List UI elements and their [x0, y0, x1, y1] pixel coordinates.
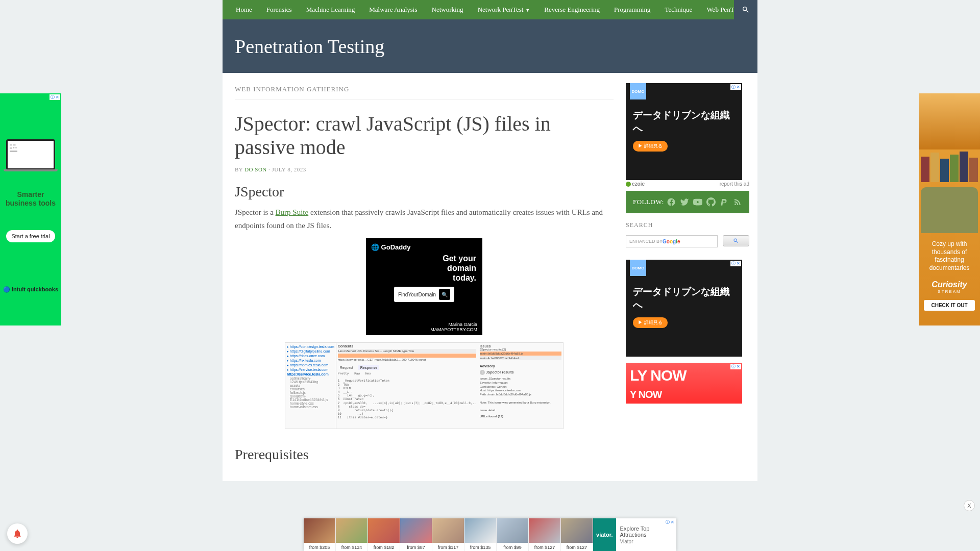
article-date: JULY 8, 2023 — [272, 166, 306, 172]
nav-item-malware-analysis[interactable]: Malware Analysis — [362, 1, 424, 19]
ad-left-brand: 🔵 intuit quickbooks — [0, 286, 61, 293]
nav-item-home[interactable]: Home — [229, 1, 259, 19]
ad-godaddy-brand: 🌐 GoDaddy — [371, 243, 410, 251]
nav-item-programming[interactable]: Programming — [607, 1, 658, 19]
article-title: JSpector: crawl JavaScript (JS) files in… — [235, 112, 614, 159]
nav-item-networking[interactable]: Networking — [425, 1, 471, 19]
ad-domo-logo: DOMO — [630, 260, 646, 276]
ad-godaddy-search: FindYourDomain 🔍 — [394, 287, 454, 302]
ad-books-image — [919, 149, 980, 185]
ad-couch-image — [921, 187, 978, 233]
ad-red[interactable]: ⓘ ✕ LY NOWY NOW — [626, 363, 742, 404]
ad-right-text: Cozy up with thousands of fascinating do… — [919, 235, 980, 277]
burp-suite-link[interactable]: Burp Suite — [276, 208, 309, 216]
category-link[interactable]: WEB INFORMATION GATHERING — [235, 85, 614, 100]
ad-domo-cta[interactable]: ▶ 詳細見る — [633, 141, 668, 152]
youtube-icon[interactable] — [693, 197, 702, 207]
rss-icon[interactable] — [733, 197, 742, 207]
ad-godaddy[interactable]: 🌐 GoDaddy Get your domain today. FindYou… — [366, 238, 482, 335]
site-title[interactable]: Penetration Testing — [235, 35, 384, 58]
ad-domo-logo: DOMO — [630, 83, 646, 99]
follow-label: FOLLOW: — [633, 198, 664, 206]
navbar-search-button[interactable] — [734, 0, 757, 19]
article-paragraph: JSpector is a Burp Suite extension that … — [235, 206, 614, 232]
twitter-icon[interactable] — [680, 197, 689, 207]
author-link[interactable]: DO SON — [244, 166, 267, 172]
search-section: SEARCH ENHANCED BY Google — [626, 213, 749, 256]
adchoice-icon[interactable]: ⓘ ✕ — [730, 84, 741, 90]
nav-item-network-pentest[interactable]: Network PenTest▼ — [471, 1, 537, 19]
ad-right-cta[interactable]: CHECK IT OUT — [924, 300, 974, 311]
site-header: Penetration Testing — [223, 19, 757, 73]
ad-shelf-image — [919, 93, 980, 149]
ad-laptop-image: ▬ ▬▬ ● ●▬▬▬ — [6, 139, 55, 170]
chevron-down-icon: ▼ — [525, 8, 530, 13]
adchoice-icon[interactable]: ⓘ ✕ — [730, 261, 741, 266]
paypal-icon[interactable] — [720, 197, 729, 207]
ad-left-tagline: Smarterbusiness tools — [0, 190, 61, 208]
search-icon: 🔍 — [439, 289, 450, 300]
search-button[interactable] — [723, 235, 749, 246]
ad-sidebar-right[interactable]: ⓘ ✕ Cozy up with thousands of fascinatin… — [919, 93, 980, 325]
search-header: SEARCH — [626, 221, 749, 229]
follow-bar: FOLLOW: — [626, 191, 749, 213]
article-content: WEB INFORMATION GATHERING JSpector: craw… — [223, 73, 626, 481]
main-navbar: HomeForensicsMachine LearningMalware Ana… — [223, 0, 757, 19]
section-heading: JSpector — [235, 184, 614, 200]
ezoic-label: ezoic report this ad — [626, 180, 749, 188]
ad-domo-1[interactable]: ⓘ ✕ DOMO データドリブンな組織へ ▶ 詳細見る — [626, 83, 742, 180]
ad-right-sub: STREAM — [919, 289, 980, 294]
nav-item-forensics[interactable]: Forensics — [259, 1, 299, 19]
ad-domo-cta[interactable]: ▶ 詳細見る — [633, 317, 668, 328]
article-byline: BY DO SON · JULY 8, 2023 — [235, 166, 614, 172]
nav-item-reverse-engineering[interactable]: Reverse Engineering — [537, 1, 607, 19]
ad-domo-2[interactable]: ⓘ ✕ DOMO データドリブンな組織へ ▶ 詳細見る — [626, 260, 742, 357]
nav-item-technique[interactable]: Technique — [657, 1, 699, 19]
nav-item-machine-learning[interactable]: Machine Learning — [299, 1, 362, 19]
report-ad-link[interactable]: report this ad — [720, 181, 749, 187]
ad-godaddy-name: Marina GarciaMAMAPOTTERY.COM — [430, 322, 477, 332]
ad-sidebar-left[interactable]: ⓘ ✕ ▬ ▬▬ ● ●▬▬▬ Smarterbusiness tools St… — [0, 93, 61, 325]
adchoice-icon[interactable]: ⓘ ✕ — [730, 364, 741, 369]
ad-domo-text: データドリブンな組織へ — [626, 104, 742, 140]
facebook-icon[interactable] — [667, 197, 676, 207]
github-icon[interactable] — [706, 197, 716, 207]
search-icon — [742, 6, 750, 14]
sidebar: ⓘ ✕ DOMO データドリブンな組織へ ▶ 詳細見る ezoic report… — [626, 73, 757, 481]
ad-domo-text: データドリブンな組織へ — [626, 280, 742, 317]
article-screenshot: ▸ https://cdn.design.tesla.com▸ https://… — [285, 342, 564, 429]
ad-right-brand: Curiosity — [919, 280, 980, 289]
ad-godaddy-headline: Get your domain today. — [425, 254, 476, 283]
search-input[interactable]: ENHANCED BY Google — [626, 235, 718, 247]
adchoice-icon[interactable]: ⓘ ✕ — [50, 94, 60, 100]
ad-red-text: LY NOWY NOW — [626, 363, 742, 406]
ad-left-cta[interactable]: Start a free trial — [6, 230, 55, 242]
section-heading-prereq: Prerequisites — [235, 446, 614, 463]
